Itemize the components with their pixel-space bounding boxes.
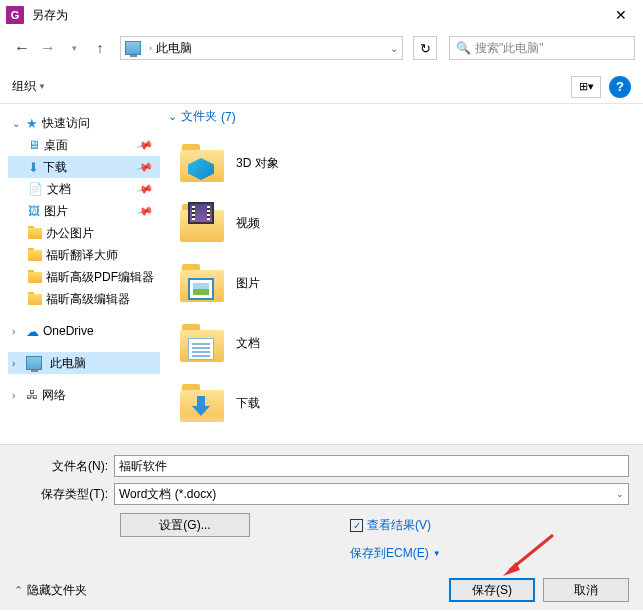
section-count: (7) <box>221 110 236 124</box>
app-icon: G <box>6 6 24 24</box>
content: ⌄ 文件夹 (7) 3D 对象 视频 图片 文档 下载 音乐 <box>160 104 643 444</box>
save-button[interactable]: 保存(S) <box>449 578 535 602</box>
search-icon: 🔍 <box>456 41 471 55</box>
sidebar-onedrive[interactable]: › ☁ OneDrive <box>8 320 160 342</box>
main: ⌄ ★ 快速访问 🖥 桌面 📌 ⬇ 下载 📌 📄 文档 📌 🖼 图片 📌 办公图… <box>0 104 643 444</box>
expand-icon[interactable]: › <box>12 390 22 401</box>
organize-label: 组织 <box>12 78 36 95</box>
expand-icon[interactable]: › <box>12 358 22 369</box>
sidebar-item-label: 福昕翻译大师 <box>46 247 118 264</box>
desktop-icon: 🖥 <box>28 138 40 152</box>
pin-icon: 📌 <box>136 180 155 198</box>
folder-icon <box>28 294 42 305</box>
sidebar-item-label: OneDrive <box>43 324 94 338</box>
titlebar: G 另存为 ✕ <box>0 0 643 30</box>
checkbox-label: 查看结果(V) <box>367 517 431 534</box>
network-icon: 🖧 <box>26 388 38 402</box>
folder-icon <box>28 228 42 239</box>
folder-icon <box>180 204 224 242</box>
sidebar-item-pictures[interactable]: 🖼 图片 📌 <box>8 200 160 222</box>
list-item[interactable]: 3D 对象 <box>168 133 643 193</box>
sidebar-item-label: 网络 <box>42 387 66 404</box>
folder-icon <box>28 272 42 283</box>
sidebar-item-folder[interactable]: 办公图片 <box>8 222 160 244</box>
settings-button[interactable]: 设置(G)... <box>120 513 250 537</box>
save-to-ecm[interactable]: 保存到ECM(E) ▼ <box>350 545 629 562</box>
sidebar-item-folder[interactable]: 福昕高级PDF编辑器 <box>8 266 160 288</box>
sidebar-item-documents[interactable]: 📄 文档 📌 <box>8 178 160 200</box>
close-button[interactable]: ✕ <box>599 0 643 30</box>
collapse-icon[interactable]: ⌄ <box>12 118 22 129</box>
chevron-right-icon: › <box>149 43 152 53</box>
filename-input[interactable] <box>114 455 629 477</box>
item-label: 文档 <box>236 335 260 352</box>
sidebar-item-desktop[interactable]: 🖥 桌面 📌 <box>8 134 160 156</box>
recent-dropdown[interactable]: ▾ <box>64 38 84 58</box>
search-placeholder: 搜索"此电脑" <box>475 40 544 57</box>
navbar: ← → ▾ ↑ › 此电脑 ⌄ ↻ 🔍 搜索"此电脑" <box>0 30 643 66</box>
cancel-label: 取消 <box>574 582 598 599</box>
path-location: 此电脑 <box>156 40 192 57</box>
sidebar-item-label: 文档 <box>47 181 71 198</box>
sidebar-quick-access[interactable]: ⌄ ★ 快速访问 <box>8 112 160 134</box>
chevron-down-icon[interactable]: ⌄ <box>390 43 398 54</box>
sidebar-item-label: 下载 <box>43 159 67 176</box>
refresh-button[interactable]: ↻ <box>413 36 437 60</box>
document-icon: 📄 <box>28 182 43 196</box>
footer: ⌃ 隐藏文件夹 保存(S) 取消 <box>0 570 643 610</box>
list-item[interactable]: 图片 <box>168 253 643 313</box>
expand-icon[interactable]: › <box>12 326 22 337</box>
chevron-down-icon: ▼ <box>433 549 441 558</box>
list-item[interactable]: 文档 <box>168 313 643 373</box>
folder-icon <box>28 250 42 261</box>
section-header[interactable]: ⌄ 文件夹 (7) <box>168 108 643 125</box>
help-button[interactable]: ? <box>609 76 631 98</box>
picture-icon: 🖼 <box>28 204 40 218</box>
filename-label: 文件名(N): <box>14 458 114 475</box>
filetype-label: 保存类型(T): <box>14 486 114 503</box>
section-label: 文件夹 <box>181 108 217 125</box>
item-label: 3D 对象 <box>236 155 279 172</box>
search-input[interactable]: 🔍 搜索"此电脑" <box>449 36 635 60</box>
sidebar-item-label: 桌面 <box>44 137 68 154</box>
collapse-icon[interactable]: ⌄ <box>168 110 177 123</box>
item-label: 图片 <box>236 275 260 292</box>
filetype-combo[interactable]: Word文档 (*.docx) ⌄ <box>114 483 629 505</box>
ecm-label: 保存到ECM(E) <box>350 545 429 562</box>
sidebar-item-folder[interactable]: 福昕高级编辑器 <box>8 288 160 310</box>
cancel-button[interactable]: 取消 <box>543 578 629 602</box>
forward-button[interactable]: → <box>38 38 58 58</box>
cloud-icon: ☁ <box>26 324 39 339</box>
sidebar-network[interactable]: › 🖧 网络 <box>8 384 160 406</box>
path-box[interactable]: › 此电脑 ⌄ <box>120 36 403 60</box>
form-area: 文件名(N): 保存类型(T): Word文档 (*.docx) ⌄ 设置(G)… <box>0 444 643 570</box>
pin-icon: 📌 <box>136 136 155 154</box>
back-button[interactable]: ← <box>12 38 32 58</box>
pin-icon: 📌 <box>136 158 155 176</box>
item-label: 视频 <box>236 215 260 232</box>
sidebar-item-label: 福昕高级PDF编辑器 <box>46 269 154 286</box>
sidebar-item-folder[interactable]: 福昕翻译大师 <box>8 244 160 266</box>
chevron-down-icon: ⌄ <box>616 489 624 499</box>
sidebar-thispc[interactable]: › 此电脑 <box>8 352 160 374</box>
settings-label: 设置(G)... <box>159 517 210 534</box>
expand-icon[interactable]: ⌃ <box>14 584 23 597</box>
sidebar-item-label: 办公图片 <box>46 225 94 242</box>
pc-icon <box>125 41 141 55</box>
item-label: 下载 <box>236 395 260 412</box>
organize-button[interactable]: 组织 ▼ <box>12 78 46 95</box>
list-item[interactable]: 视频 <box>168 193 643 253</box>
view-button[interactable]: ⊞▾ <box>571 76 601 98</box>
folder-icon <box>180 144 224 182</box>
save-label: 保存(S) <box>472 582 512 599</box>
view-icon: ⊞▾ <box>579 80 594 93</box>
up-button[interactable]: ↑ <box>90 38 110 58</box>
sidebar-item-downloads[interactable]: ⬇ 下载 📌 <box>8 156 160 178</box>
view-result-checkbox[interactable]: ✓ 查看结果(V) <box>350 517 431 534</box>
sidebar-item-label: 福昕高级编辑器 <box>46 291 130 308</box>
title: 另存为 <box>32 7 68 24</box>
pc-icon <box>26 356 42 370</box>
hide-folders-button[interactable]: 隐藏文件夹 <box>27 582 87 599</box>
folder-icon <box>180 264 224 302</box>
checkbox-icon: ✓ <box>350 519 363 532</box>
